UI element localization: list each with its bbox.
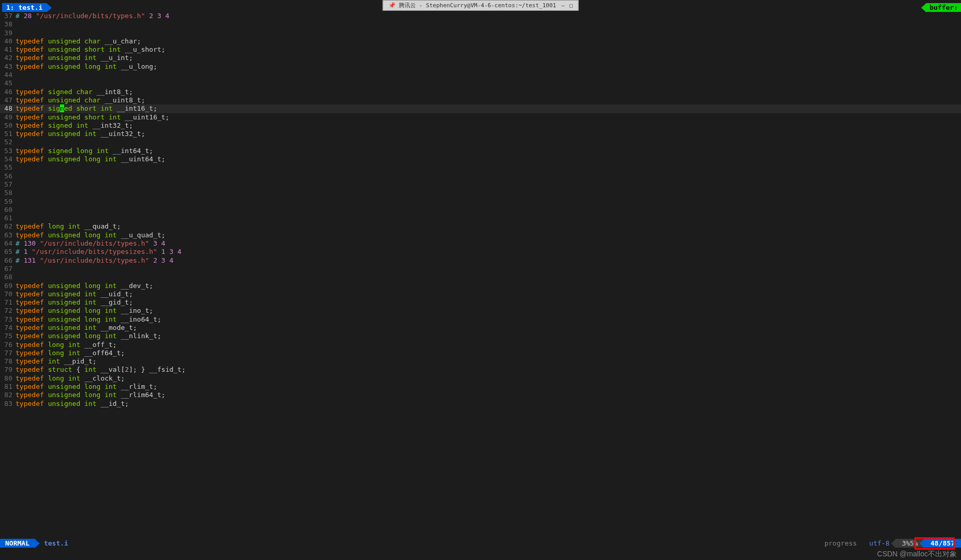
code-content[interactable] [16, 163, 961, 172]
code-content[interactable] [16, 273, 961, 281]
code-line[interactable]: 64# 130 "/usr/include/bits/types.h" 3 4 [0, 239, 961, 248]
window-titlebar[interactable]: 📌 腾讯云 - StephenCurry@VM-4-6-centos:~/tes… [383, 0, 579, 11]
maximize-icon[interactable]: □ [569, 3, 573, 8]
code-content[interactable] [16, 265, 961, 273]
code-line[interactable]: 45 [0, 79, 961, 87]
code-content[interactable] [16, 20, 961, 28]
tab-file[interactable]: 1: test.i [2, 3, 47, 12]
code-content[interactable]: typedef signed long int __int64_t; [16, 147, 961, 155]
code-line[interactable]: 53typedef signed long int __int64_t; [0, 147, 961, 155]
code-content[interactable]: typedef signed short int __int16_t; [16, 104, 961, 113]
code-line[interactable]: 82typedef unsigned long int __rlim64_t; [0, 391, 961, 399]
code-content[interactable] [16, 198, 961, 206]
code-content[interactable]: typedef int __pid_t; [16, 357, 961, 366]
code-line[interactable]: 58 [0, 189, 961, 197]
code-line[interactable]: 43typedef unsigned long int __u_long; [0, 63, 961, 71]
code-content[interactable] [16, 189, 961, 197]
buffers-label[interactable]: buffer: [926, 3, 961, 12]
code-content[interactable]: typedef unsigned long int __uint64_t; [16, 155, 961, 163]
code-line[interactable]: 66# 131 "/usr/include/bits/types.h" 2 3 … [0, 256, 961, 265]
code-content[interactable]: typedef unsigned long int __ino64_t; [16, 315, 961, 324]
code-line[interactable]: 69typedef unsigned long int __dev_t; [0, 282, 961, 290]
code-line[interactable]: 41typedef unsigned short int __u_short; [0, 46, 961, 54]
code-content[interactable]: typedef unsigned long int __rlim_t; [16, 383, 961, 391]
code-content[interactable] [16, 79, 961, 87]
code-content[interactable]: typedef unsigned char __uint8_t; [16, 96, 961, 104]
code-content[interactable]: typedef unsigned long int __nlink_t; [16, 332, 961, 340]
code-line[interactable]: 80typedef long int __clock_t; [0, 374, 961, 383]
code-line[interactable]: 73typedef unsigned long int __ino64_t; [0, 315, 961, 324]
code-line[interactable]: 46typedef signed char __int8_t; [0, 88, 961, 96]
code-line[interactable]: 74typedef unsigned int __mode_t; [0, 324, 961, 332]
code-content[interactable]: typedef long int __clock_t; [16, 374, 961, 383]
code-line[interactable]: 83typedef unsigned int __id_t; [0, 400, 961, 408]
code-content[interactable] [16, 206, 961, 214]
code-line[interactable]: 54typedef unsigned long int __uint64_t; [0, 155, 961, 163]
code-content[interactable]: typedef long int __off64_t; [16, 349, 961, 357]
code-content[interactable]: typedef long int __off_t; [16, 341, 961, 349]
code-content[interactable]: # 130 "/usr/include/bits/types.h" 3 4 [16, 239, 961, 248]
code-content[interactable]: typedef unsigned int __mode_t; [16, 324, 961, 332]
code-content[interactable]: typedef unsigned long int __rlim64_t; [16, 391, 961, 399]
code-content[interactable]: typedef unsigned int __uint32_t; [16, 130, 961, 138]
code-line[interactable]: 81typedef unsigned long int __rlim_t; [0, 383, 961, 391]
code-line[interactable]: 71typedef unsigned int __gid_t; [0, 298, 961, 307]
code-line[interactable]: 76typedef long int __off_t; [0, 341, 961, 349]
code-line[interactable]: 67 [0, 265, 961, 273]
code-content[interactable]: typedef unsigned short int __u_short; [16, 46, 961, 54]
code-line[interactable]: 48typedef signed short int __int16_t; [0, 104, 961, 113]
code-line[interactable]: 51typedef unsigned int __uint32_t; [0, 130, 961, 138]
code-line[interactable]: 39 [0, 29, 961, 37]
code-line[interactable]: 70typedef unsigned int __uid_t; [0, 290, 961, 298]
code-content[interactable]: typedef signed int __int32_t; [16, 122, 961, 130]
minimize-icon[interactable]: – [561, 3, 564, 8]
code-line[interactable]: 79typedef struct { int __val[2]; } __fsi… [0, 366, 961, 374]
code-content[interactable] [16, 71, 961, 79]
code-content[interactable] [16, 214, 961, 222]
code-line[interactable]: 77typedef long int __off64_t; [0, 349, 961, 357]
code-line[interactable]: 61 [0, 214, 961, 222]
code-line[interactable]: 37# 28 "/usr/include/bits/types.h" 2 3 4 [0, 12, 961, 20]
editor-area[interactable]: 37# 28 "/usr/include/bits/types.h" 2 3 4… [0, 12, 961, 539]
code-line[interactable]: 75typedef unsigned long int __nlink_t; [0, 332, 961, 340]
code-line[interactable]: 68 [0, 273, 961, 281]
code-content[interactable]: typedef long int __quad_t; [16, 222, 961, 231]
code-content[interactable] [16, 29, 961, 37]
code-content[interactable]: typedef unsigned int __id_t; [16, 400, 961, 408]
code-content[interactable]: typedef unsigned long int __u_long; [16, 63, 961, 71]
code-line[interactable]: 62typedef long int __quad_t; [0, 222, 961, 231]
code-content[interactable]: typedef unsigned int __uid_t; [16, 290, 961, 298]
code-line[interactable]: 42typedef unsigned int __u_int; [0, 54, 961, 62]
code-content[interactable]: typedef struct { int __val[2]; } __fsid_… [16, 366, 961, 374]
code-line[interactable]: 55 [0, 163, 961, 172]
code-content[interactable]: typedef unsigned char __u_char; [16, 37, 961, 46]
code-line[interactable]: 38 [0, 20, 961, 28]
code-content[interactable]: # 1 "/usr/include/bits/typesizes.h" 1 3 … [16, 248, 961, 256]
code-content[interactable]: typedef unsigned int __gid_t; [16, 298, 961, 307]
code-line[interactable]: 50typedef signed int __int32_t; [0, 122, 961, 130]
code-content[interactable]: typedef unsigned long int __u_quad_t; [16, 231, 961, 239]
code-line[interactable]: 57 [0, 180, 961, 189]
code-content[interactable]: # 28 "/usr/include/bits/types.h" 2 3 4 [16, 12, 961, 20]
code-line[interactable]: 60 [0, 206, 961, 214]
code-line[interactable]: 78typedef int __pid_t; [0, 357, 961, 366]
code-line[interactable]: 44 [0, 71, 961, 79]
code-content[interactable] [16, 138, 961, 146]
code-line[interactable]: 49typedef unsigned short int __uint16_t; [0, 113, 961, 122]
code-content[interactable]: typedef unsigned short int __uint16_t; [16, 113, 961, 122]
code-content[interactable]: # 131 "/usr/include/bits/types.h" 2 3 4 [16, 256, 961, 265]
code-line[interactable]: 72typedef unsigned long int __ino_t; [0, 307, 961, 315]
code-content[interactable]: typedef unsigned long int __ino_t; [16, 307, 961, 315]
code-line[interactable]: 52 [0, 138, 961, 146]
code-content[interactable]: typedef signed char __int8_t; [16, 88, 961, 96]
code-content[interactable] [16, 172, 961, 180]
code-line[interactable]: 59 [0, 198, 961, 206]
code-line[interactable]: 63typedef unsigned long int __u_quad_t; [0, 231, 961, 239]
code-content[interactable] [16, 180, 961, 189]
code-line[interactable]: 56 [0, 172, 961, 180]
code-line[interactable]: 40typedef unsigned char __u_char; [0, 37, 961, 46]
code-content[interactable]: typedef unsigned int __u_int; [16, 54, 961, 62]
code-line[interactable]: 47typedef unsigned char __uint8_t; [0, 96, 961, 104]
code-line[interactable]: 65# 1 "/usr/include/bits/typesizes.h" 1 … [0, 248, 961, 256]
code-content[interactable]: typedef unsigned long int __dev_t; [16, 282, 961, 290]
